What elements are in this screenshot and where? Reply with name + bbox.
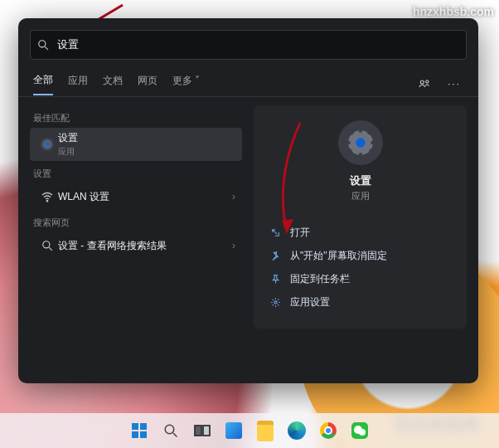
search-tabs: 全部 应用 文档 网页 更多 ··· <box>18 71 478 97</box>
taskbar-search[interactable] <box>158 418 183 443</box>
tab-more[interactable]: 更多 <box>172 74 200 95</box>
result-wlan-settings[interactable]: WLAN 设置 › <box>30 183 242 210</box>
search-icon <box>36 240 58 251</box>
svg-point-21 <box>356 138 365 147</box>
svg-line-2 <box>45 46 48 50</box>
tab-web[interactable]: 网页 <box>138 74 157 95</box>
taskbar-edge[interactable] <box>284 418 309 443</box>
svg-rect-27 <box>140 431 147 438</box>
action-app-settings[interactable]: 应用设置 <box>269 290 452 314</box>
chevron-right-icon: › <box>232 191 235 202</box>
action-open[interactable]: 打开 <box>269 221 452 244</box>
gear-icon <box>269 297 282 308</box>
result-web-search[interactable]: 设置 - 查看网络搜索结果 › <box>30 232 242 259</box>
result-settings-app[interactable]: 设置 应用 <box>30 128 242 161</box>
result-title: 设置 <box>58 131 235 145</box>
svg-point-22 <box>274 300 276 303</box>
section-settings: 设置 <box>33 168 242 180</box>
search-input[interactable] <box>56 30 466 60</box>
taskbar-widgets[interactable] <box>221 418 246 443</box>
svg-point-28 <box>165 425 174 434</box>
chrome-icon <box>320 422 337 439</box>
taskbar <box>0 413 499 448</box>
detail-sub: 应用 <box>351 190 370 202</box>
result-sub: 应用 <box>58 146 235 158</box>
svg-rect-13 <box>359 153 362 158</box>
svg-point-1 <box>39 41 46 47</box>
action-label: 固定到任务栏 <box>290 272 350 286</box>
tab-apps[interactable]: 应用 <box>68 74 88 95</box>
svg-rect-14 <box>344 141 350 144</box>
svg-point-33 <box>359 429 366 436</box>
taskbar-wechat[interactable] <box>347 418 372 443</box>
svg-line-10 <box>49 247 52 251</box>
gear-icon <box>338 120 383 165</box>
start-search-window: 全部 应用 文档 网页 更多 ··· 最佳匹配 设置 应用 设置 <box>18 18 478 383</box>
svg-rect-26 <box>132 431 138 438</box>
svg-rect-30 <box>195 426 201 436</box>
result-title: WLAN 设置 <box>58 190 232 204</box>
taskbar-explorer[interactable] <box>253 418 278 443</box>
taskbar-chrome[interactable] <box>316 418 341 443</box>
pin-icon <box>269 274 282 285</box>
open-icon <box>269 227 282 238</box>
gear-icon <box>36 136 58 153</box>
svg-rect-12 <box>359 127 362 133</box>
svg-rect-24 <box>132 423 138 430</box>
edge-icon <box>288 421 306 440</box>
svg-line-29 <box>173 433 177 437</box>
svg-point-4 <box>426 80 429 83</box>
svg-point-3 <box>420 80 424 84</box>
result-title: 设置 - 查看网络搜索结果 <box>58 239 232 253</box>
action-label: 应用设置 <box>290 295 330 309</box>
taskbar-start[interactable] <box>127 418 152 443</box>
section-best-match: 最佳匹配 <box>33 112 242 124</box>
action-unpin-start[interactable]: 从"开始"屏幕取消固定 <box>269 244 452 267</box>
more-options-icon[interactable]: ··· <box>445 75 463 93</box>
svg-point-8 <box>46 201 47 202</box>
unpin-icon <box>269 251 282 261</box>
action-label: 从"开始"屏幕取消固定 <box>290 249 387 263</box>
section-search-web: 搜索网页 <box>33 217 242 229</box>
svg-rect-31 <box>203 426 210 436</box>
action-label: 打开 <box>290 226 310 240</box>
tab-documents[interactable]: 文档 <box>103 74 123 95</box>
account-icon[interactable] <box>415 75 434 93</box>
watermark-top: hnzxhbsb.com <box>413 5 494 18</box>
tab-all[interactable]: 全部 <box>33 73 53 95</box>
svg-point-7 <box>45 142 49 146</box>
search-icon <box>31 39 56 51</box>
search-bar[interactable] <box>30 30 467 60</box>
chevron-right-icon: › <box>232 240 235 251</box>
results-panel: 最佳匹配 设置 应用 设置 WLAN 设置 › 搜索网页 <box>30 105 242 383</box>
action-pin-taskbar[interactable]: 固定到任务栏 <box>269 267 452 290</box>
svg-point-9 <box>43 241 50 248</box>
detail-panel: 设置 应用 打开 从"开始"屏幕取消固定 固定到任务栏 <box>254 105 467 383</box>
taskbar-taskview[interactable] <box>190 418 215 443</box>
svg-rect-15 <box>371 141 376 144</box>
detail-title: 设置 <box>350 173 371 188</box>
wifi-icon <box>36 190 58 203</box>
svg-rect-25 <box>140 423 147 430</box>
